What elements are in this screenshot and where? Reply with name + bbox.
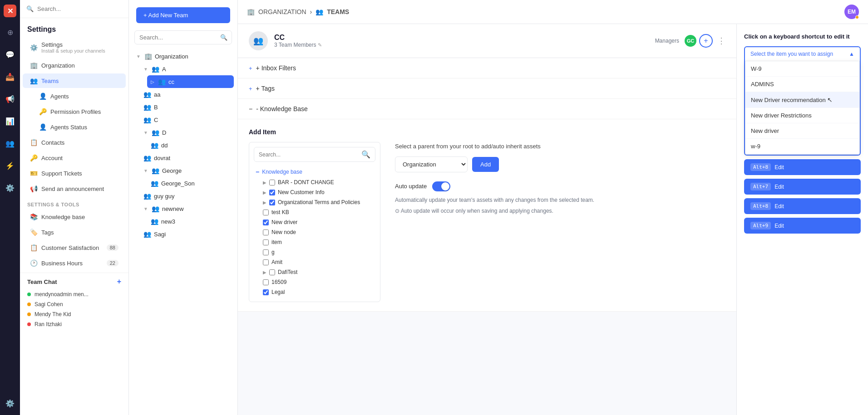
gear-bottom-icon[interactable]: ⚙️ — [3, 396, 17, 410]
integration-icon[interactable]: ⚡ — [3, 159, 17, 173]
kb-tree-item-item[interactable]: item — [261, 237, 375, 247]
dropdown-item-w9-lower[interactable]: w-9 — [745, 139, 859, 154]
report-icon[interactable]: 📊 — [3, 114, 17, 128]
sidebar-item-agents[interactable]: 👤 Agents — [23, 89, 126, 103]
tree-item-c[interactable]: 👥 C — [140, 113, 234, 126]
team-member-1[interactable]: mendynoadmin men... — [27, 289, 121, 299]
kb-tree-dafitest[interactable]: ▶ DafiTest — [261, 267, 375, 277]
sidebar-item-organization[interactable]: 🏢 Organization — [23, 58, 126, 73]
dropdown-item-new-driver[interactable]: New driver — [745, 123, 859, 139]
sidebar-item-customer-satisfaction[interactable]: 📋 Customer Satisfaction 88 — [23, 240, 126, 255]
sidebar-item-teams[interactable]: 👥 Teams — [23, 73, 126, 88]
sidebar-item-contacts[interactable]: 📋 Contacts — [23, 135, 126, 150]
home-icon[interactable]: ⊕ — [5, 25, 16, 39]
team-member-4[interactable]: Ran Itzhaki — [27, 319, 121, 329]
team-search-input[interactable] — [134, 30, 232, 44]
auto-update-toggle[interactable] — [432, 181, 450, 191]
shortcut-btn-alt9[interactable]: Alt+9 Edit — [744, 218, 861, 234]
dropdown-item-new-driver-restrict[interactable]: New driver Restrictions — [745, 108, 859, 123]
sidebar-item-business-hours[interactable]: 🕐 Business Hours 22 — [23, 256, 126, 270]
sidebar-item-agents-status[interactable]: 👤 Agents Status — [23, 120, 126, 134]
megaphone-icon[interactable]: 📢 — [3, 92, 17, 106]
kb-checkbox-g[interactable] — [263, 249, 269, 255]
kb-checkbox-16509[interactable] — [263, 279, 269, 285]
sidebar-item-knowledge-base[interactable]: 📚 Knowledge base — [23, 210, 126, 224]
sidebar-item-tags[interactable]: 🏷️ Tags — [23, 225, 126, 239]
parent-dropdown[interactable]: Organization — [395, 156, 468, 172]
team-member-3[interactable]: Mendy The Kid — [27, 309, 121, 319]
kb-section-header[interactable]: − - Knowledge Base — [238, 99, 736, 119]
kb-checkbox-item[interactable] — [263, 239, 269, 245]
more-options-icon[interactable]: ⋮ — [717, 36, 725, 46]
kb-item-chevron: ▶ — [263, 270, 266, 275]
kb-tree-legal[interactable]: Legal — [261, 287, 375, 297]
tree-item-dovrat[interactable]: 👥 dovrat — [140, 151, 234, 164]
kb-checkbox-legal[interactable] — [263, 289, 269, 295]
manager-avatar-gc[interactable]: GC — [684, 34, 697, 48]
select-parent-text: Select a parent from your root to add/au… — [395, 142, 725, 151]
edit-members-icon[interactable]: ✎ — [318, 42, 322, 48]
add-manager-button[interactable]: + — [699, 34, 713, 48]
sidebar-item-announcement[interactable]: 📢 Send an announcement — [23, 181, 126, 196]
kb-tree-new-customer[interactable]: ▶ New Customer Info — [261, 187, 375, 197]
kb-search-icon: 🔍 — [361, 150, 370, 159]
shortcut-btn-alt7[interactable]: Alt+7 Edit — [744, 179, 861, 195]
sidebar-item-settings[interactable]: ⚙️ Settings Install & setup your channel… — [23, 38, 126, 57]
kb-tree-test-kb[interactable]: test KB — [261, 207, 375, 217]
kb-checkbox-new-driver[interactable] — [263, 220, 269, 225]
kb-checkbox-test-kb[interactable] — [263, 210, 269, 215]
sidebar-search-bar[interactable]: 🔍 — [20, 0, 128, 18]
kb-select-box[interactable]: Select the item you want to assign ▲ W-9… — [744, 46, 861, 156]
add-new-team-button[interactable]: + Add New Team — [136, 7, 230, 23]
kb-checkbox-new-node[interactable] — [263, 229, 269, 235]
kb-search-box[interactable]: 🔍 — [254, 147, 375, 162]
kb-tree-org-terms[interactable]: ▶ Organizational Terms and Policies — [261, 197, 375, 207]
chat-icon[interactable]: 💬 — [3, 48, 17, 62]
tree-item-new3[interactable]: 👥 new3 — [147, 215, 234, 228]
dropdown-item-new-driver-rec[interactable]: New Driver recommendation ↖ — [745, 92, 859, 108]
inbox-icon[interactable]: 📥 — [3, 70, 17, 84]
kb-checkbox-org-terms[interactable] — [269, 200, 275, 205]
kb-tree-new-driver[interactable]: New driver — [261, 217, 375, 227]
kb-tree-amit[interactable]: Amit — [261, 257, 375, 267]
kb-checkbox-new-customer[interactable] — [269, 190, 275, 195]
tree-item-newnew[interactable]: ▼ 👥 newnew — [140, 202, 234, 215]
team-member-2[interactable]: Sagi Cohen — [27, 299, 121, 309]
tree-item-sagi[interactable]: 👥 Sagi — [140, 228, 234, 240]
user-avatar[interactable]: EM — [844, 5, 859, 19]
shortcut-btn-alt8-second[interactable]: Alt+8 Edit — [744, 198, 861, 214]
kb-checkbox-amit[interactable] — [263, 259, 269, 265]
tree-item-b[interactable]: 👥 B — [140, 101, 234, 113]
tree-item-aa[interactable]: 👥 aa — [140, 88, 234, 101]
sidebar-item-support-tickets[interactable]: 🎫 Support Tickets — [23, 166, 126, 181]
tags-section[interactable]: + + Tags — [238, 78, 736, 99]
settings-nav-icon[interactable]: ⚙️ — [3, 181, 17, 195]
kb-checkbox-dafitest[interactable] — [269, 269, 275, 275]
sidebar-item-account[interactable]: 🔑 Account — [23, 151, 126, 165]
sidebar-item-permission-profiles[interactable]: 🔑 Permission Profiles — [23, 104, 126, 119]
inbox-filters-section[interactable]: + + Inbox Filters — [238, 58, 736, 78]
tree-item-george[interactable]: ▼ 👥 George — [140, 164, 234, 177]
tree-item-d[interactable]: ▼ 👥 D — [140, 126, 234, 139]
kb-tree-16509[interactable]: 16509 — [261, 277, 375, 287]
contact-icon[interactable]: 👥 — [3, 137, 17, 151]
team-search-box[interactable]: 🔍 — [129, 30, 237, 50]
kb-tree-new-node[interactable]: New node — [261, 227, 375, 237]
add-item-button[interactable]: Add — [472, 157, 499, 172]
tree-item-organization[interactable]: ▼ 🏢 Organization — [133, 50, 234, 63]
sidebar-search-input[interactable] — [37, 5, 122, 12]
dropdown-item-admins[interactable]: ADMINS — [745, 77, 859, 92]
tree-item-guy-guy[interactable]: 👥 guy guy — [140, 190, 234, 202]
kb-root-item[interactable]: − Knowledge base — [254, 166, 375, 177]
tree-item-a[interactable]: ▼ 👥 A — [140, 63, 234, 75]
kb-tree-bar[interactable]: ▶ BAR - DONT CHANGE — [261, 177, 375, 187]
tree-item-cc[interactable]: ▷ 👥 cc — [147, 75, 234, 88]
team-chat-add-icon[interactable]: + — [117, 278, 121, 286]
kb-checkbox-bar[interactable] — [269, 180, 275, 186]
tree-item-dd[interactable]: 👥 dd — [147, 139, 234, 151]
tree-item-george-son[interactable]: 👥 George_Son — [147, 177, 234, 190]
shortcut-btn-alt8-first[interactable]: Alt+8 Edit — [744, 159, 861, 175]
kb-tree-g[interactable]: g — [261, 247, 375, 257]
kb-search-input[interactable] — [259, 151, 358, 158]
dropdown-item-w9[interactable]: W-9 — [745, 61, 859, 77]
